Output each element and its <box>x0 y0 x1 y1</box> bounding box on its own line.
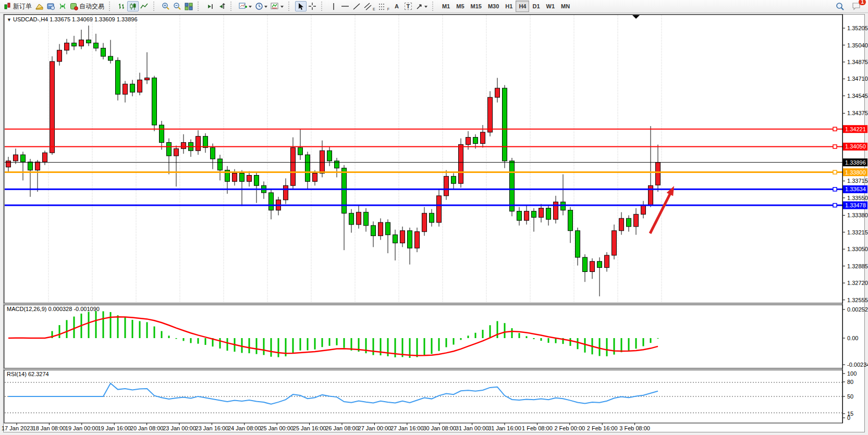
periods-dropdown-caret <box>264 6 267 9</box>
candle-body <box>174 148 179 156</box>
zoom-in-icon <box>162 2 170 10</box>
time-axis-label: 19 Jan 16:00 <box>97 425 131 431</box>
timeframe-button-H4[interactable]: H4 <box>516 1 529 12</box>
vertical-line-tool-button[interactable] <box>328 1 339 11</box>
timeframe-button-M15[interactable]: M15 <box>468 1 485 12</box>
market-watch-icon <box>47 3 55 10</box>
hline-handle[interactable] <box>833 188 837 191</box>
candle-body <box>79 40 84 46</box>
text-tool-button[interactable]: A <box>391 1 402 11</box>
bar-chart-mode-button[interactable] <box>116 1 127 11</box>
one-click-trading-expander[interactable]: ▼ <box>7 17 11 22</box>
candle-body <box>612 231 617 255</box>
candle-body <box>378 222 383 236</box>
horizontal-line-tool-button[interactable] <box>339 1 351 11</box>
chart-symbol-period: USDCAD-,H4 <box>13 16 48 22</box>
candle-body <box>94 43 99 48</box>
periods-button[interactable] <box>253 1 269 11</box>
candle-body <box>495 88 500 97</box>
vertical-line-icon <box>331 3 337 10</box>
timeframe-button-D1[interactable]: D1 <box>529 1 543 12</box>
trendline-icon <box>352 3 361 10</box>
auto-scroll-button[interactable] <box>204 1 216 11</box>
crosshair-tool-button[interactable] <box>307 1 318 11</box>
candle-body <box>211 147 215 159</box>
zoom-in-button[interactable] <box>160 1 172 11</box>
channel-icon <box>364 3 372 10</box>
candle-body <box>240 173 244 182</box>
candle-body <box>400 231 405 243</box>
timeframe-button-H1[interactable]: H1 <box>502 1 516 12</box>
market-watch-button[interactable] <box>45 1 57 11</box>
history-center-button[interactable] <box>33 1 45 11</box>
timeframe-button-W1[interactable]: W1 <box>543 1 558 12</box>
tile-windows-button[interactable] <box>183 1 194 11</box>
candle-body <box>50 61 55 153</box>
toolbar-separator <box>109 2 114 11</box>
arrows-tool-button[interactable] <box>414 1 429 11</box>
candle-body <box>634 214 639 227</box>
price-tick-label: 1.35040 <box>847 42 868 48</box>
indicators-icon <box>271 2 279 10</box>
search-button[interactable] <box>834 1 846 11</box>
candle-body <box>473 138 478 144</box>
rsi-axis-label: 80 <box>847 379 853 385</box>
candle-body <box>284 185 288 200</box>
time-axis-label: 3 Feb 08:00 <box>619 425 650 431</box>
time-axis-label: 31 Jan 00:00 <box>456 425 489 431</box>
chart-canvas[interactable]: 1.352051.350401.348751.347101.345451.343… <box>0 0 868 435</box>
time-axis-label: 19 Jan 00:00 <box>65 425 99 431</box>
hline-handle[interactable] <box>833 145 837 148</box>
time-axis-label: 20 Jan 08:00 <box>130 425 164 431</box>
price-badge-label: 1.34050 <box>845 143 866 150</box>
rsi-axis-label: 100 <box>847 370 857 377</box>
signals-icon <box>58 2 67 10</box>
candle-body <box>386 222 390 235</box>
candle-body <box>349 213 354 225</box>
new-order-button[interactable]: 新订单 <box>2 1 33 11</box>
candle-body <box>218 159 223 170</box>
price-badge-label: 1.33896 <box>845 159 866 166</box>
chart-title: ▼ USDCAD-,H4 1.33675 1.34069 1.33609 1.3… <box>7 16 138 22</box>
notifications-button[interactable]: 1 <box>850 1 863 11</box>
new-chart-button[interactable] <box>237 1 253 11</box>
cursor-tool-button[interactable] <box>295 1 307 11</box>
clock-icon <box>255 2 263 10</box>
time-axis-label: 1 Feb 08:00 <box>522 425 553 431</box>
signals-button[interactable] <box>57 1 68 11</box>
zoom-out-button[interactable] <box>172 1 183 11</box>
candle-body <box>145 78 150 80</box>
text-tool-icon: A <box>395 3 399 9</box>
timeframe-button-MN[interactable]: MN <box>558 1 573 12</box>
trendline-tool-button[interactable] <box>351 1 362 11</box>
candle-body <box>254 176 259 186</box>
line-chart-mode-button[interactable] <box>139 1 150 11</box>
indicators-button[interactable] <box>269 1 285 11</box>
toolbar-separator <box>432 2 437 11</box>
timeframe-button-M30[interactable]: M30 <box>485 1 502 12</box>
time-axis-label: 23 Jan 00:00 <box>163 425 196 431</box>
hline-handle[interactable] <box>833 127 837 131</box>
price-tick-label: 1.33715 <box>847 178 868 184</box>
candle-body <box>181 143 186 149</box>
candlestick-mode-button[interactable] <box>127 1 139 11</box>
candle-body <box>21 155 26 162</box>
timeframe-button-M5[interactable]: M5 <box>453 1 467 12</box>
chart-shift-button[interactable] <box>216 1 227 11</box>
line-chart-icon <box>140 3 149 10</box>
autotrading-button[interactable]: 自动交易 <box>68 1 106 11</box>
candle-body <box>627 218 631 227</box>
candle-body <box>335 161 339 168</box>
candle-body <box>437 196 442 222</box>
equidistant-channel-tool-button[interactable]: E <box>362 1 377 11</box>
price-badge-label: 1.33634 <box>845 186 866 192</box>
hline-handle[interactable] <box>833 204 837 207</box>
timeframe-button-M1[interactable]: M1 <box>439 1 453 12</box>
fibonacci-tool-button[interactable]: F <box>377 1 391 11</box>
text-label-tool-button[interactable]: T <box>402 1 414 11</box>
candle-body <box>568 210 573 230</box>
price-tick-label: 1.33380 <box>847 212 868 218</box>
candle-body <box>138 80 142 92</box>
hline-handle[interactable] <box>833 170 837 174</box>
time-axis-label: 25 Jan 00:00 <box>260 425 294 431</box>
